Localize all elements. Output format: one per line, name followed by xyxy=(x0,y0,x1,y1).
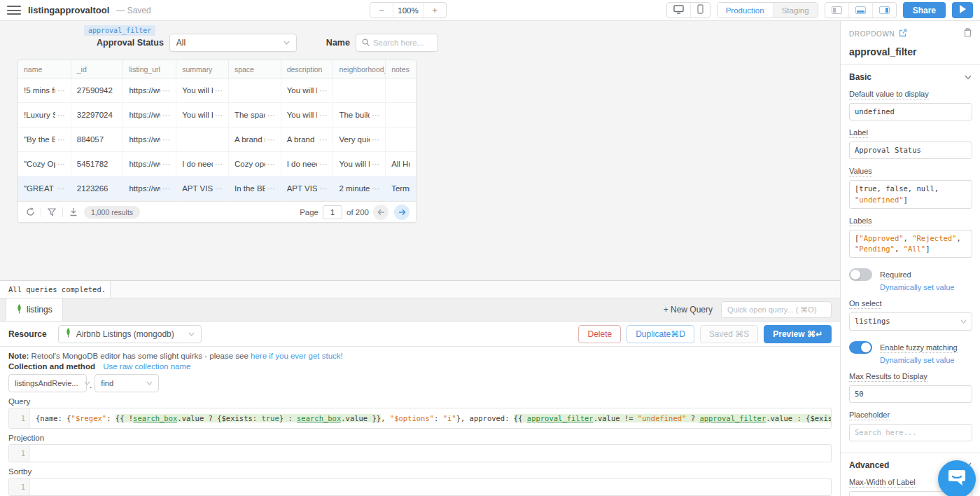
chevron-down-icon xyxy=(188,332,195,336)
cell-overflow-dots: ⋯ xyxy=(213,86,223,95)
preview-query-button[interactable]: Preview ⌘↵ xyxy=(764,325,832,343)
cell-overflow-dots: ⋯ xyxy=(265,160,275,169)
query-status-text: All queries completed. xyxy=(0,281,111,298)
table-column-header[interactable]: _id xyxy=(71,60,124,78)
table-cell: !Luxury St⋯ xyxy=(18,103,71,127)
query-toolbar: Resource Airbnb Listings (mongodb) Delet… xyxy=(0,322,840,347)
placeholder-input[interactable]: Search here... xyxy=(849,424,972,441)
approval-status-dropdown[interactable]: All xyxy=(169,34,297,52)
next-page-button[interactable] xyxy=(394,205,410,220)
table-column-header[interactable]: description xyxy=(281,60,334,78)
method-dropdown[interactable]: find xyxy=(94,374,159,392)
label-input[interactable]: Approval Status xyxy=(849,142,972,159)
run-button[interactable] xyxy=(952,2,973,18)
download-icon[interactable] xyxy=(68,207,79,218)
table-cell: https://ww⋯ xyxy=(123,78,176,102)
values-input[interactable]: [true, false, null, "undefined"] xyxy=(849,180,972,208)
basic-section-header[interactable]: Basic xyxy=(849,72,972,82)
table-cell: A brand ne⋯ xyxy=(281,128,334,151)
code-token: , xyxy=(381,414,390,422)
fuzzy-matching-toggle[interactable] xyxy=(849,341,872,354)
collection-dropdown[interactable]: listingsAndRevie... xyxy=(8,374,87,392)
mobile-view-button[interactable] xyxy=(690,3,710,18)
table-cell: 2 minute v⋯ xyxy=(333,177,386,200)
approval-status-value: All xyxy=(176,38,186,48)
device-toggle xyxy=(666,2,710,18)
table-cell: https://ww⋯ xyxy=(123,177,176,200)
raw-collection-link[interactable]: Use raw collection name xyxy=(103,362,190,371)
refresh-icon[interactable] xyxy=(24,207,36,218)
previous-page-button[interactable] xyxy=(373,205,388,220)
projection-editor[interactable]: 1 xyxy=(8,444,832,462)
table-column-header[interactable]: notes xyxy=(386,60,416,78)
sortby-code[interactable] xyxy=(30,478,831,495)
topbar-actions: Production Staging Share xyxy=(666,2,973,18)
environment-production[interactable]: Production xyxy=(718,3,773,18)
query-code[interactable]: {name: {"$regex": {{ !search_box.value ?… xyxy=(30,408,831,428)
table-row[interactable]: "GREAT LC⋯2123266https://ww⋯APT VISTA⋯In… xyxy=(18,177,416,201)
default-value-input[interactable]: undefined xyxy=(849,103,972,120)
search-input[interactable] xyxy=(373,39,429,47)
table-row[interactable]: !Luxury St⋯32297024https://ww⋯You will b… xyxy=(18,103,416,128)
table-cell: The buildi⋯ xyxy=(333,103,386,127)
placeholder-field-label: Placeholder xyxy=(849,411,890,420)
query-code-editor[interactable]: 1 {name: {"$regex": {{ !search_box.value… xyxy=(8,408,832,429)
toggle-right-panel-button[interactable] xyxy=(872,3,896,18)
cell-overflow-dots: ⋯ xyxy=(370,184,379,193)
code-token: "Rejected" xyxy=(912,234,956,242)
cell-overflow-dots: ⋯ xyxy=(370,160,379,169)
duplicate-query-button[interactable]: Duplicate⌘D xyxy=(626,325,694,343)
table-column-header[interactable]: space xyxy=(229,60,281,78)
query-tab-listings[interactable]: listings xyxy=(6,298,63,321)
help-link[interactable]: here if you ever get stuck! xyxy=(251,352,343,360)
code-token: .value != xyxy=(594,414,638,422)
chat-help-button[interactable] xyxy=(938,460,976,496)
toggle-left-panel-button[interactable] xyxy=(825,3,848,18)
quick-open-query-input[interactable] xyxy=(721,301,832,318)
delete-query-button[interactable]: Delete xyxy=(578,325,621,343)
table-column-header[interactable]: listing_url xyxy=(123,60,176,78)
projection-code[interactable] xyxy=(30,445,831,462)
table-row[interactable]: "Cozy Ope⋯5451782https://ww⋯I do need t⋯… xyxy=(18,152,416,177)
new-query-button[interactable]: + New Query xyxy=(664,305,713,315)
filter-icon[interactable] xyxy=(46,207,57,218)
open-docs-icon[interactable] xyxy=(899,27,907,40)
cell-overflow-dots: ⋯ xyxy=(317,111,327,120)
required-toggle[interactable] xyxy=(849,268,872,281)
desktop-view-button[interactable] xyxy=(667,3,690,18)
table-column-header[interactable]: summary xyxy=(176,60,229,78)
dynamically-set-value-link[interactable]: Dynamically set value xyxy=(880,356,958,364)
labels-input[interactable]: ["Approved", "Rejected", "Pending", "All… xyxy=(849,230,972,258)
zoom-in-button[interactable]: + xyxy=(424,3,446,18)
name-search-box[interactable] xyxy=(356,34,438,52)
save-query-button[interactable]: Saved ⌘S xyxy=(700,325,758,343)
delete-component-icon[interactable] xyxy=(964,27,972,40)
table-cell: "Cozy Ope⋯ xyxy=(18,152,71,176)
cell-overflow-dots: ⋯ xyxy=(317,184,327,193)
table-column-header[interactable]: name xyxy=(18,60,71,78)
toggle-bottom-panel-button[interactable] xyxy=(848,3,872,18)
cell-overflow-dots: ⋯ xyxy=(370,111,379,120)
max-results-input[interactable]: 50 xyxy=(849,385,972,403)
resource-dropdown[interactable]: Airbnb Listings (mongodb) xyxy=(58,325,202,343)
table-row[interactable]: "By the Ba⋯884057https://ww⋯A brand ne⋯A… xyxy=(18,128,416,152)
required-toggle-row: Required Dynamically set value xyxy=(849,268,972,291)
code-token: "$regex" xyxy=(71,414,107,422)
page-number-input[interactable]: 1 xyxy=(323,205,342,219)
code-token: ] xyxy=(925,244,930,253)
share-button[interactable]: Share xyxy=(903,2,946,18)
table-cell xyxy=(229,78,281,102)
table-row[interactable]: !5 mins frc⋯27590942https://ww⋯You will … xyxy=(18,78,416,103)
query-tabs-bar: listings + New Query xyxy=(0,298,840,322)
environment-staging[interactable]: Staging xyxy=(773,3,818,18)
table-cell xyxy=(333,78,386,102)
environment-toggle: Production Staging xyxy=(717,2,818,18)
hamburger-menu-icon[interactable] xyxy=(7,6,21,15)
sortby-editor[interactable]: 1 xyxy=(8,478,832,496)
zoom-out-button[interactable]: − xyxy=(370,3,393,18)
table-column-header[interactable]: neighborhood_... xyxy=(333,60,386,78)
table-cell: A brand ne⋯ xyxy=(229,128,281,151)
retool-editor: listingapprovaltool — Saved − 100% + xyxy=(0,0,980,496)
on-select-dropdown[interactable]: listings xyxy=(849,312,972,330)
dynamically-set-value-link[interactable]: Dynamically set value xyxy=(880,283,954,291)
